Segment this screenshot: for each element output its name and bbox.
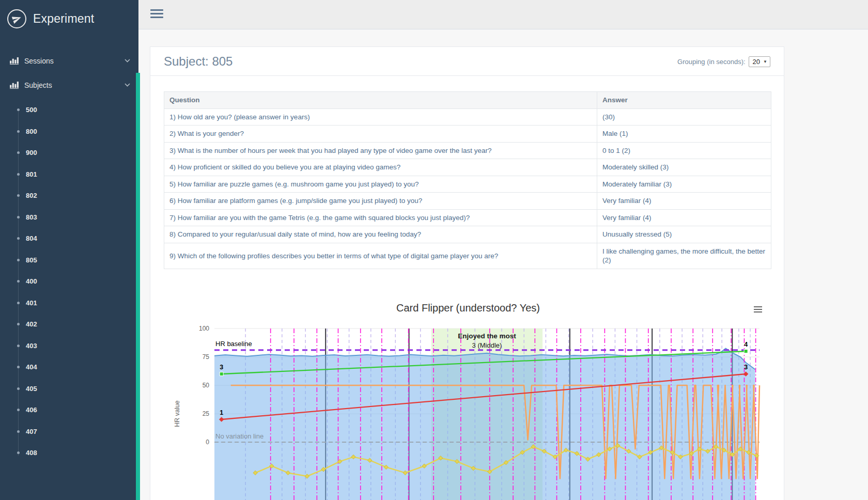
panel-header: Subject: 805 Grouping (in seconds): 20 ▼	[150, 47, 784, 76]
svg-text:No variation line: No variation line	[215, 432, 264, 440]
sidebar-item-subject-805[interactable]: 805	[0, 249, 138, 271]
chevron-down-icon	[125, 83, 130, 87]
answer-cell: Moderately familiar (3)	[597, 176, 771, 193]
active-menu-accent-bar	[136, 73, 140, 500]
questionnaire-table: Question Answer 1) How old are you? (ple…	[164, 91, 771, 269]
subject-label: 500	[26, 106, 37, 114]
svg-text:Card Flipper (understood? Yes): Card Flipper (understood? Yes)	[396, 302, 540, 314]
table-row: 5) How familiar are puzzle games (e.g. m…	[164, 176, 771, 193]
table-row: 6) How familiar are platform games (e.g.…	[164, 193, 771, 210]
svg-text:100: 100	[199, 325, 209, 332]
sidebar-item-subject-401[interactable]: 401	[0, 292, 138, 314]
sidebar-item-subject-801[interactable]: 801	[0, 164, 138, 185]
bullet-icon	[17, 345, 20, 347]
sidebar-item-subject-405[interactable]: 405	[0, 378, 138, 400]
answer-cell: (30)	[597, 108, 771, 126]
rocket-icon	[7, 9, 26, 28]
bullet-icon	[17, 366, 20, 368]
bullet-icon	[17, 108, 20, 111]
svg-text:3: 3	[220, 364, 223, 371]
sidebar-item-subject-900[interactable]: 900	[0, 142, 138, 164]
grouping-select[interactable]: 20 ▼	[749, 56, 770, 67]
bullet-icon	[17, 302, 20, 304]
sidebar-item-subject-804[interactable]: 804	[0, 228, 138, 249]
subject-label: 407	[26, 428, 37, 435]
subject-label: 408	[26, 449, 37, 457]
table-header-row: Question Answer	[164, 92, 771, 109]
bullet-icon	[17, 280, 20, 283]
subject-label: 802	[26, 192, 37, 199]
chevron-down-icon	[125, 59, 130, 62]
answer-cell: 0 to 1 (2)	[597, 142, 771, 159]
sidebar-item-subject-408[interactable]: 408	[0, 442, 138, 464]
bullet-icon	[17, 409, 20, 411]
svg-text:1: 1	[220, 409, 223, 416]
sidebar-item-subject-802[interactable]: 802	[0, 185, 138, 207]
sidebar-item-sessions[interactable]: Sessions	[0, 49, 138, 73]
hr-chart-canvas: HR baselineNo variation line3413Enjoyed …	[164, 295, 771, 500]
svg-text:4: 4	[744, 341, 748, 348]
brand-title: Experiment	[33, 12, 94, 26]
column-header-question: Question	[164, 92, 597, 109]
answer-cell: Moderately skilled (3)	[597, 159, 771, 176]
question-cell: 8) Compared to your regular/usual daily …	[164, 226, 597, 243]
top-navbar	[138, 0, 868, 29]
svg-text:Enjoyed the most: Enjoyed the most	[458, 332, 516, 340]
question-cell: 9) Which of the following profiles descr…	[164, 243, 597, 269]
sidebar-item-subject-400[interactable]: 400	[0, 271, 138, 292]
subject-label: 900	[26, 149, 37, 157]
bullet-icon	[17, 323, 20, 325]
svg-text:25: 25	[203, 410, 210, 417]
svg-text:0: 0	[206, 439, 209, 446]
bar-chart-icon	[10, 81, 24, 89]
bullet-icon	[17, 387, 20, 390]
nav-label: Subjects	[24, 81, 52, 89]
bullet-icon	[17, 259, 20, 261]
subject-label: 405	[26, 385, 37, 393]
subject-label: 401	[26, 299, 37, 307]
question-cell: 3) What is the number of hours per week …	[164, 142, 597, 159]
sidebar-item-subject-403[interactable]: 403	[0, 335, 138, 357]
sidebar-nav: Sessions Subjects 500 800 900 801 802 80…	[0, 37, 138, 464]
bullet-icon	[17, 194, 20, 197]
subject-label: 801	[26, 170, 37, 178]
answer-cell: Very familiar (4)	[597, 209, 771, 226]
subject-label: 400	[26, 277, 37, 285]
table-row: 8) Compared to your regular/usual daily …	[164, 226, 771, 243]
subject-label: 800	[26, 128, 37, 135]
answer-cell: I like challenging games, the more diffi…	[597, 243, 771, 269]
question-cell: 7) How familiar are you with the game Te…	[164, 209, 597, 226]
sidebar-item-subject-406[interactable]: 406	[0, 399, 138, 421]
question-cell: 4) How proficient or skilled do you beli…	[164, 159, 597, 176]
subject-label: 803	[26, 213, 37, 221]
sidebar-item-subject-803[interactable]: 803	[0, 207, 138, 228]
svg-text:75: 75	[203, 353, 210, 361]
page-title: Subject: 805	[164, 54, 233, 69]
subject-label: 805	[26, 256, 37, 264]
grouping-label: Grouping (in seconds):	[677, 58, 746, 66]
svg-text:50: 50	[203, 382, 210, 389]
sidebar-item-subject-402[interactable]: 402	[0, 314, 138, 335]
svg-text:3 (Middle): 3 (Middle)	[472, 341, 502, 349]
brand[interactable]: Experiment	[0, 0, 138, 37]
bullet-icon	[17, 216, 20, 218]
chart-menu-icon[interactable]	[754, 306, 762, 314]
sidebar-item-subjects[interactable]: Subjects	[0, 73, 138, 97]
answer-cell: Male (1)	[597, 126, 771, 143]
nav-label: Sessions	[24, 57, 54, 65]
subject-label: 402	[26, 320, 37, 328]
subject-panel: Subject: 805 Grouping (in seconds): 20 ▼…	[150, 46, 784, 500]
sidebar-item-subject-404[interactable]: 404	[0, 356, 138, 378]
answer-cell: Very familiar (4)	[597, 193, 771, 210]
bullet-icon	[17, 451, 20, 454]
sidebar-item-subject-500[interactable]: 500	[0, 99, 138, 121]
sidebar-item-subject-407[interactable]: 407	[0, 421, 138, 443]
menu-toggle-icon[interactable]	[150, 9, 163, 20]
table-row: 2) What is your gender?Male (1)	[164, 126, 771, 143]
sidebar-item-subject-800[interactable]: 800	[0, 121, 138, 143]
question-cell: 2) What is your gender?	[164, 126, 597, 143]
bar-chart-icon	[10, 57, 24, 65]
grouping-control: Grouping (in seconds): 20 ▼	[677, 56, 770, 67]
svg-text:3: 3	[744, 364, 748, 371]
question-cell: 5) How familiar are puzzle games (e.g. m…	[164, 176, 597, 193]
